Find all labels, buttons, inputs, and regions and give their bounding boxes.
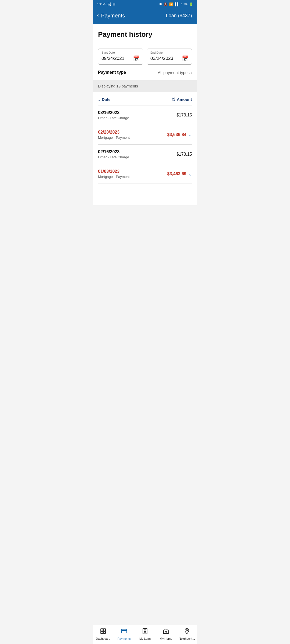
photo-icon: 🖼 [107, 2, 111, 6]
payment-type-3: Mortgage - Payment [98, 175, 130, 179]
my-home-label: My Home [160, 637, 172, 640]
date-column-header[interactable]: ↓ Date [98, 97, 111, 102]
amount-column-label: Amount [177, 97, 192, 102]
payment-right-2: $173.15 [176, 152, 192, 157]
end-date-label: End Date [150, 51, 189, 54]
nav-item-my-home[interactable]: My Home [155, 628, 176, 640]
bottom-nav: Dashboard Payments My Loan [93, 625, 197, 644]
time: 13:54 [97, 2, 106, 6]
end-date-value: 03/24/2023 [150, 56, 173, 61]
battery-icon: 🔋 [189, 2, 193, 6]
header-title: Payments [101, 13, 125, 19]
date-sort-down-icon: ↓ [98, 97, 100, 102]
nav-item-dashboard[interactable]: Dashboard [93, 628, 114, 640]
payment-amount-3: $3,463.69 [167, 171, 186, 176]
payment-left-2: 02/16/2023Other - Late Charge [98, 149, 129, 159]
payment-amount-0: $173.15 [176, 113, 192, 118]
payment-list: 03/16/2023Other - Late Charge$173.1502/2… [98, 105, 192, 184]
amount-sort-icon: ⇅ [172, 97, 175, 102]
payment-type-selector[interactable]: All payment types › [158, 70, 192, 75]
end-date-field[interactable]: End Date 03/24/2023 📅 [147, 49, 192, 65]
payment-left-3: 01/03/2023Mortgage - Payment [98, 169, 130, 179]
amount-column-header[interactable]: ⇅ Amount [172, 97, 192, 102]
displaying-count-text: Displaying 19 payments [98, 84, 138, 88]
svg-rect-3 [103, 631, 106, 634]
date-column-label: Date [102, 97, 111, 102]
header: ‹ Payments Loan (8437) [93, 8, 197, 24]
nav-item-my-loan[interactable]: My Loan [135, 628, 155, 640]
page-title: Payment history [98, 30, 192, 39]
start-date-field[interactable]: Start Date 09/24/2021 📅 [98, 49, 143, 65]
svg-rect-4 [121, 629, 127, 633]
svg-rect-2 [101, 631, 103, 634]
mute-icon: 🔇 [164, 2, 168, 6]
svg-rect-1 [103, 629, 106, 631]
dashboard-icon [100, 628, 106, 636]
back-button[interactable]: ‹ [97, 12, 99, 19]
bluetooth-icon: ✱ [159, 2, 162, 6]
payment-type-2: Other - Late Charge [98, 155, 129, 159]
payment-date-2: 02/16/2023 [98, 149, 129, 154]
my-loan-label: My Loan [139, 637, 151, 640]
neighborhood-label: Neighborh... [179, 637, 195, 640]
payment-date-1: 02/28/2023 [98, 130, 130, 135]
payments-icon [121, 628, 127, 636]
start-date-label: Start Date [102, 51, 140, 54]
svg-rect-13 [165, 632, 167, 634]
payment-date-3: 01/03/2023 [98, 169, 130, 174]
payment-type-label: Payment type [98, 70, 126, 75]
svg-rect-0 [101, 629, 103, 631]
date-filter-row: Start Date 09/24/2021 📅 End Date 03/24/2… [98, 49, 192, 65]
payments-nav-label: Payments [118, 637, 131, 640]
dashboard-label: Dashboard [96, 637, 110, 640]
status-left: 13:54 🖼 ⊞ [97, 2, 115, 6]
expand-chevron-1[interactable]: ⌄ [189, 132, 192, 137]
table-header: ↓ Date ⇅ Amount [98, 92, 192, 105]
payment-left-1: 02/28/2023Mortgage - Payment [98, 130, 130, 140]
status-bar: 13:54 🖼 ⊞ ✱ 🔇 📶 ▌▌ 18% 🔋 [93, 0, 197, 8]
payment-left-0: 03/16/2023Other - Late Charge [98, 110, 129, 120]
start-date-value-row: 09/24/2021 📅 [102, 55, 140, 62]
payment-row-2: 02/16/2023Other - Late Charge$173.15 [98, 145, 192, 164]
payment-type-value-text: All payment types [158, 70, 190, 75]
end-date-calendar-icon[interactable]: 📅 [182, 55, 189, 62]
main-content: Payment history Start Date 09/24/2021 📅 … [93, 24, 197, 205]
payment-amount-2: $173.15 [176, 152, 192, 157]
payment-row-0: 03/16/2023Other - Late Charge$173.15 [98, 105, 192, 125]
svg-point-14 [186, 630, 188, 631]
neighborhood-icon [184, 628, 190, 636]
payment-type-row[interactable]: Payment type All payment types › [98, 70, 192, 75]
title-divider [98, 43, 192, 43]
my-loan-icon [142, 628, 148, 636]
payment-type-0: Other - Late Charge [98, 116, 129, 120]
payment-amount-1: $3,636.84 [167, 132, 186, 137]
displaying-bar: Displaying 19 payments [93, 80, 197, 92]
payment-right-0: $173.15 [176, 113, 192, 118]
nav-item-payments[interactable]: Payments [114, 628, 135, 640]
wifi-icon: 📶 [169, 2, 173, 6]
nav-item-neighborhood[interactable]: Neighborh... [176, 628, 197, 640]
payment-right-3: $3,463.69⌄ [167, 171, 192, 177]
battery-text: 18% [181, 2, 187, 6]
payment-date-0: 03/16/2023 [98, 110, 129, 115]
start-date-value: 09/24/2021 [102, 56, 124, 61]
my-home-icon [163, 628, 169, 636]
expand-chevron-3[interactable]: ⌄ [189, 171, 192, 177]
status-right: ✱ 🔇 📶 ▌▌ 18% 🔋 [159, 2, 193, 6]
header-left: ‹ Payments [97, 12, 125, 19]
end-date-value-row: 03/24/2023 📅 [150, 55, 189, 62]
payment-type-chevron-icon: › [191, 70, 192, 75]
start-date-calendar-icon[interactable]: 📅 [133, 55, 140, 62]
payment-row-3[interactable]: 01/03/2023Mortgage - Payment$3,463.69⌄ [98, 164, 192, 184]
signal-icon: ▌▌ [175, 2, 179, 6]
loan-label: Loan (8437) [166, 13, 192, 19]
payment-right-1: $3,636.84⌄ [167, 132, 192, 137]
payment-type-1: Mortgage - Payment [98, 136, 130, 140]
payment-row-1[interactable]: 02/28/2023Mortgage - Payment$3,636.84⌄ [98, 125, 192, 145]
media-icon: ⊞ [113, 2, 115, 6]
